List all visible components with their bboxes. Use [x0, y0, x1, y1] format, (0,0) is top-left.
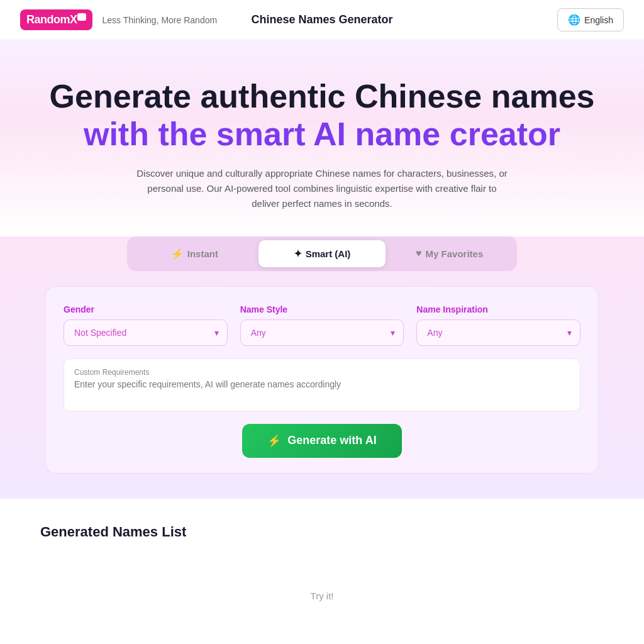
- generate-label: Generate with AI: [287, 434, 376, 447]
- gender-group: Gender Not Specified Male Female: [64, 304, 228, 346]
- hero-section: Generate authentic Chinese names with th…: [0, 40, 644, 236]
- name-inspiration-group: Name Inspiration Any Nature Virtue Stren…: [416, 304, 580, 346]
- name-style-select-wrapper: Any Traditional Modern Poetic: [240, 319, 404, 346]
- hero-headline-main: Generate authentic Chinese names: [50, 78, 595, 114]
- hero-headline-accent: with the smart AI name creator: [84, 116, 560, 152]
- custom-requirements-box: Custom Requirements: [64, 358, 580, 411]
- generated-names-title: Generated Names List: [40, 524, 604, 540]
- tab-favorites-label: My Favorites: [426, 248, 484, 259]
- logo-ai-badge: AI: [77, 13, 86, 21]
- name-style-select[interactable]: Any Traditional Modern Poetic: [240, 319, 404, 346]
- translate-icon: 🌐: [568, 14, 580, 26]
- logo: RandomXAI: [20, 9, 92, 30]
- generate-button[interactable]: ⚡ Generate with AI: [242, 424, 401, 458]
- generated-names-section: Generated Names List Try it!: [0, 499, 644, 644]
- gender-label: Gender: [64, 304, 228, 314]
- name-style-group: Name Style Any Traditional Modern Poetic: [240, 304, 404, 346]
- instant-icon: ⚡: [171, 248, 184, 260]
- tab-smart[interactable]: ✦ Smart (AI): [258, 240, 386, 267]
- empty-state: Try it!: [40, 553, 604, 639]
- tab-instant[interactable]: ⚡ Instant: [131, 240, 258, 267]
- form-card: Gender Not Specified Male Female Name St…: [45, 286, 599, 474]
- tab-favorites[interactable]: ♥ My Favorites: [386, 240, 513, 267]
- custom-req-label: Custom Requirements: [74, 368, 570, 377]
- logo-text: RandomX: [26, 13, 77, 26]
- hero-description: Discover unique and culturally appropria…: [133, 166, 511, 211]
- name-inspiration-label: Name Inspiration: [416, 304, 580, 314]
- language-label: English: [584, 15, 613, 25]
- custom-req-input[interactable]: [74, 379, 570, 399]
- form-section: ⚡ Instant ✦ Smart (AI) ♥ My Favorites Ge…: [0, 236, 644, 499]
- header: RandomXAI Less Thinking, More Random Chi…: [0, 0, 644, 40]
- tab-instant-label: Instant: [187, 248, 218, 259]
- tab-bar: ⚡ Instant ✦ Smart (AI) ♥ My Favorites: [127, 236, 517, 271]
- gender-select[interactable]: Not Specified Male Female: [64, 319, 228, 346]
- gender-select-wrapper: Not Specified Male Female: [64, 319, 228, 346]
- page-title: Chinese Names Generator: [251, 13, 392, 26]
- hero-headline: Generate authentic Chinese names with th…: [20, 78, 624, 153]
- generate-icon: ⚡: [267, 434, 281, 448]
- language-button[interactable]: 🌐 English: [557, 8, 624, 31]
- tab-smart-label: Smart (AI): [306, 248, 351, 259]
- smart-icon: ✦: [294, 248, 302, 260]
- name-style-label: Name Style: [240, 304, 404, 314]
- name-inspiration-select[interactable]: Any Nature Virtue Strength: [416, 319, 580, 346]
- favorites-icon: ♥: [416, 248, 422, 259]
- name-inspiration-select-wrapper: Any Nature Virtue Strength: [416, 319, 580, 346]
- empty-state-text: Try it!: [311, 591, 334, 601]
- form-row: Gender Not Specified Male Female Name St…: [64, 304, 580, 346]
